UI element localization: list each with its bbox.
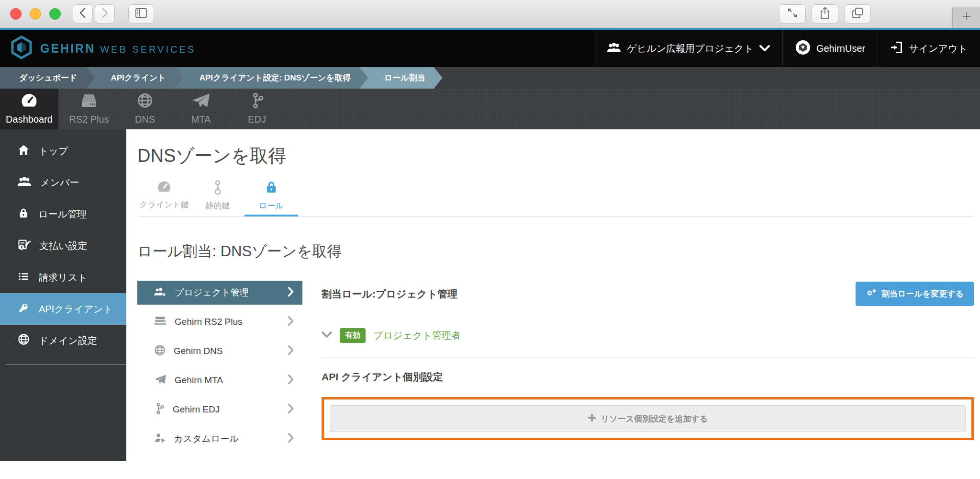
members-icon — [17, 176, 32, 190]
sidebar-toggle-icon — [135, 7, 147, 21]
tab-overview-button[interactable] — [844, 4, 871, 23]
service-tab-label: MTA — [191, 114, 211, 125]
sidebar-toggle-button[interactable] — [128, 4, 154, 23]
gehirn-logo[interactable]: GEHIRNWEB SERVICES — [0, 30, 196, 67]
tab-client-keys[interactable]: クライント鍵 — [137, 180, 191, 216]
sidebar-item-label: APIクライアント — [39, 303, 113, 316]
service-tab-rs2-plus[interactable]: RS2 Plus — [58, 89, 120, 129]
role-nav-label: Gehirn RS2 Plus — [175, 317, 243, 327]
chevron-right-icon — [288, 403, 294, 416]
tab-roles[interactable]: ロール — [245, 180, 298, 216]
lock-icon — [264, 180, 279, 197]
share-icon — [819, 7, 831, 21]
fullscreen-icon — [787, 7, 798, 21]
role-category-nav: プロジェクト管理 Gehirn RS2 Plus Gehirn DNS Gehi… — [137, 281, 302, 456]
sidebar-item-invoice-list[interactable]: 請求リスト — [0, 262, 126, 293]
service-tab-mta[interactable]: MTA — [170, 89, 232, 129]
gauge-icon — [20, 92, 39, 112]
add-resource-button-label: リソース個別設定を追加する — [601, 413, 708, 424]
collapse-caret-icon[interactable] — [322, 331, 332, 340]
role-nav-label: Gehirn MTA — [175, 375, 223, 386]
sidebar-item-api-clients[interactable]: APIクライアント — [0, 293, 126, 325]
gears-icon — [866, 288, 877, 300]
role-nav-label: Gehirn DNS — [174, 346, 223, 356]
forward-button[interactable] — [95, 4, 115, 23]
sidebar-item-payment-settings[interactable]: ¥ 支払い設定 — [0, 230, 126, 262]
page-title: DNSゾーンを取得 — [137, 144, 974, 168]
api-client-settings-title: API クライアント個別設定 — [322, 370, 974, 384]
sidebar-item-label: ドメイン設定 — [39, 334, 97, 347]
tab-static-keys[interactable]: 静的鍵 — [191, 180, 245, 216]
user-name-label: GehirnUser — [816, 43, 865, 54]
service-tab-dashboard[interactable]: Dashboard — [0, 89, 58, 129]
role-link[interactable]: プロジェクト管理者 — [373, 329, 461, 342]
close-window-button[interactable] — [10, 8, 22, 20]
sidebar-item-top[interactable]: トップ — [0, 135, 126, 167]
project-selector-label: ゲヒルン広報用プロジェクト — [627, 42, 754, 55]
invoice-list-icon — [17, 271, 30, 285]
role-nav-edj[interactable]: Gehirn EDJ — [137, 398, 302, 422]
payment-icon: ¥ — [17, 238, 31, 254]
role-nav-custom-roles[interactable]: カスタムロール — [137, 427, 302, 451]
globe-icon — [136, 92, 154, 112]
fullscreen-button[interactable] — [779, 4, 806, 23]
project-selector[interactable]: ゲヒルン広報用プロジェクト — [594, 30, 782, 67]
sidebar-item-label: ロール管理 — [38, 208, 87, 221]
role-nav-rs2-plus[interactable]: Gehirn RS2 Plus — [137, 310, 302, 334]
tab-label: 静的鍵 — [206, 200, 230, 211]
gauge-icon — [156, 180, 172, 196]
sidebar-item-label: 支払い設定 — [39, 240, 87, 252]
plus-icon — [588, 413, 596, 424]
paper-plane-icon — [154, 374, 167, 388]
back-button[interactable] — [73, 4, 93, 23]
sidebar-item-members[interactable]: メンバー — [0, 167, 126, 198]
sidebar-item-label: トップ — [39, 145, 68, 158]
svg-text:¥: ¥ — [21, 245, 23, 249]
chevron-right-icon — [288, 286, 294, 299]
chevron-right-icon — [288, 316, 294, 329]
service-tab-label: RS2 Plus — [69, 114, 109, 125]
lock-icon — [17, 207, 30, 222]
browser-chrome — [0, 0, 980, 28]
share-button[interactable] — [812, 4, 838, 23]
sidebar-item-role-management[interactable]: ロール管理 — [0, 198, 126, 230]
section-title: ロール割当: DNSゾーンを取得 — [137, 241, 974, 262]
change-role-button[interactable]: 割当ロールを変更する — [856, 282, 974, 306]
tab-overview-icon — [851, 7, 864, 21]
gehirn-logo-icon — [11, 35, 33, 61]
home-icon — [17, 144, 30, 159]
service-tab-dns[interactable]: DNS — [120, 89, 170, 129]
sidebar-item-label: 請求リスト — [39, 271, 87, 284]
sidebar-item-domain-settings[interactable]: ドメイン設定 — [0, 325, 126, 356]
user-menu[interactable]: GehirnUser — [782, 30, 878, 67]
globe-icon — [154, 344, 166, 359]
sidebar-item-label: メンバー — [40, 176, 79, 189]
breadcrumb-api-clients[interactable]: APIクライント — [86, 67, 183, 89]
new-tab-button[interactable] — [952, 7, 980, 28]
domain-globe-icon — [17, 333, 30, 348]
signout-button[interactable]: サインアウト — [878, 30, 980, 67]
breadcrumb-role-assignment[interactable]: ロール割当 — [359, 67, 443, 89]
service-tab-bar: Dashboard RS2 Plus DNS MTA EDJ — [0, 89, 980, 129]
role-nav-dns[interactable]: Gehirn DNS — [137, 339, 302, 363]
service-tab-label: EDJ — [248, 114, 266, 125]
role-nav-project-management[interactable]: プロジェクト管理 — [137, 281, 302, 305]
change-role-button-label: 割当ロールを変更する — [881, 288, 964, 299]
zoom-window-button[interactable] — [49, 8, 61, 20]
paper-plane-icon — [191, 92, 211, 112]
role-nav-label: プロジェクト管理 — [175, 286, 249, 299]
role-nav-mta[interactable]: Gehirn MTA — [137, 368, 302, 392]
project-management-icon — [154, 286, 167, 299]
service-tab-label: DNS — [135, 114, 155, 125]
back-icon — [78, 7, 88, 21]
minimize-window-button[interactable] — [30, 8, 41, 20]
breadcrumb-dashboard[interactable]: ダッシュボード — [0, 67, 94, 89]
add-resource-button[interactable]: リソース個別設定を追加する — [330, 405, 966, 432]
breadcrumb-api-client-settings[interactable]: APIクライアント設定: DNSゾーンを取得 — [175, 67, 368, 89]
custom-role-icon — [154, 432, 166, 446]
forward-icon — [100, 7, 110, 21]
service-tab-edj[interactable]: EDJ — [232, 89, 282, 129]
breadcrumb: ダッシュボード APIクライント APIクライアント設定: DNSゾーンを取得 … — [0, 67, 980, 89]
role-detail-panel: 割当ロール:プロジェクト管理 割当ロールを変更する 有効 プロジェクト管理者 A… — [322, 281, 974, 456]
window-controls — [10, 8, 61, 20]
